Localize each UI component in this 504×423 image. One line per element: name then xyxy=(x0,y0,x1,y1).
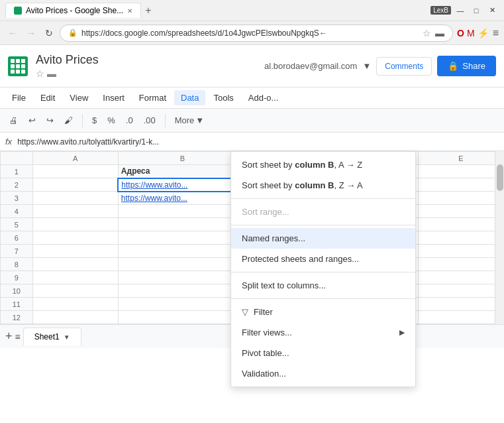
cell-e12[interactable] xyxy=(418,311,503,324)
sheet-tab-arrow[interactable]: ▼ xyxy=(64,333,70,341)
filter-item[interactable]: ▽ Filter xyxy=(231,302,415,322)
new-tab-button[interactable]: + xyxy=(141,5,155,17)
percent-button[interactable]: % xyxy=(103,113,119,128)
cell-b8[interactable] xyxy=(118,258,246,271)
cell-a3[interactable] xyxy=(32,192,118,205)
undo-button[interactable]: ↩ xyxy=(25,113,40,128)
cell-a7[interactable] xyxy=(32,245,118,258)
comments-button[interactable]: Comments xyxy=(376,57,432,76)
cell-b2[interactable]: https://www.avito... xyxy=(118,178,246,192)
cell-a4[interactable] xyxy=(32,205,118,218)
dropdown-separator-2 xyxy=(231,225,415,225)
cell-e1[interactable] xyxy=(418,165,503,178)
cell-b7[interactable] xyxy=(118,245,246,258)
user-dropdown-arrow[interactable]: ▼ xyxy=(362,61,371,71)
menu-view[interactable]: View xyxy=(63,90,95,105)
ext-icon-1[interactable]: ⚡ xyxy=(478,28,489,38)
col-header-e[interactable]: E xyxy=(418,152,503,165)
bookmark-icon[interactable]: ☆ xyxy=(423,28,431,38)
cell-e4[interactable] xyxy=(418,205,503,218)
cell-a2[interactable] xyxy=(32,178,118,192)
refresh-button[interactable]: ↻ xyxy=(42,27,56,40)
sort-az-label: Sort sheet by column B, A → Z xyxy=(242,160,362,170)
print-button[interactable]: 🖨 xyxy=(5,113,22,128)
cell-b1[interactable]: Адреса xyxy=(118,165,246,178)
browser-tab[interactable]: Avito Prices - Google She... ✕ xyxy=(5,3,141,18)
menu-file[interactable]: File xyxy=(5,90,32,105)
cell-b10[interactable] xyxy=(118,284,246,298)
menu-tools[interactable]: Tools xyxy=(207,90,240,105)
cell-e5[interactable] xyxy=(418,218,503,231)
doc-title[interactable]: Avito Prices xyxy=(36,53,256,67)
cell-e9[interactable] xyxy=(418,271,503,284)
cell-link-b3[interactable]: https://www.avito... xyxy=(121,194,187,203)
cell-e11[interactable] xyxy=(418,298,503,311)
add-sheet-button[interactable]: + xyxy=(5,330,13,343)
cell-a9[interactable] xyxy=(32,271,118,284)
cell-b11[interactable] xyxy=(118,298,246,311)
menu-icon[interactable]: ≡ xyxy=(493,27,499,39)
close-button[interactable]: ✕ xyxy=(485,4,499,17)
address-bar-input[interactable]: 🔒 https://docs.google.com/spreadsheets/d… xyxy=(60,25,453,42)
cell-e10[interactable] xyxy=(418,284,503,298)
star-button[interactable]: ☆ xyxy=(36,68,44,79)
vertical-scrollbar[interactable] xyxy=(495,151,504,324)
cell-e2[interactable] xyxy=(418,178,503,192)
minimize-button[interactable]: — xyxy=(454,4,467,17)
cell-b4[interactable] xyxy=(118,205,246,218)
menu-addons[interactable]: Add-o... xyxy=(242,90,285,105)
paint-format-button[interactable]: 🖌 xyxy=(60,113,77,128)
cell-e6[interactable] xyxy=(418,231,503,245)
cell-b12[interactable] xyxy=(118,311,246,324)
redo-button[interactable]: ↪ xyxy=(42,113,58,128)
cell-a1[interactable] xyxy=(32,165,118,178)
currency-button[interactable]: $ xyxy=(88,113,101,128)
scrollbar-thumb[interactable] xyxy=(497,164,503,191)
sort-za-item[interactable]: Sort sheet by column B, Z → A xyxy=(231,175,415,196)
cell-b9[interactable] xyxy=(118,271,246,284)
cell-a8[interactable] xyxy=(32,258,118,271)
move-to-folder-button[interactable]: ▬ xyxy=(47,68,56,79)
cell-b5[interactable] xyxy=(118,218,246,231)
split-text-item[interactable]: Split text to columns... xyxy=(231,275,415,296)
sheet1-tab[interactable]: Sheet1 ▼ xyxy=(23,328,81,345)
cell-a5[interactable] xyxy=(32,218,118,231)
back-button[interactable]: ← xyxy=(5,27,20,40)
tab-close-button[interactable]: ✕ xyxy=(127,7,132,15)
more-button[interactable]: More ▼ xyxy=(171,113,209,128)
filter-views-item[interactable]: Filter views... ▶ xyxy=(231,322,415,343)
folder-icon[interactable]: ▬ xyxy=(435,28,444,38)
forward-button[interactable]: → xyxy=(24,27,38,40)
named-ranges-item[interactable]: Named ranges... xyxy=(231,228,415,249)
decimal-inc-button[interactable]: .00 xyxy=(140,113,160,128)
col-header-a[interactable]: A xyxy=(32,152,118,165)
cell-b6[interactable] xyxy=(118,231,246,245)
menu-format[interactable]: Format xyxy=(132,90,173,105)
sort-az-item[interactable]: Sort sheet by column B, A → Z xyxy=(231,154,415,175)
formula-input[interactable]: https://www.avito.ru/tolyatti/kvartiry/1… xyxy=(17,137,499,147)
grid-cell xyxy=(16,59,20,63)
menu-data[interactable]: Data xyxy=(174,90,205,105)
protected-sheets-item[interactable]: Protected sheets and ranges... xyxy=(231,249,415,269)
filter-label: ▽ Filter xyxy=(242,307,273,317)
menu-edit[interactable]: Edit xyxy=(34,90,62,105)
cell-e8[interactable] xyxy=(418,258,503,271)
cell-a12[interactable] xyxy=(32,311,118,324)
cell-e3[interactable] xyxy=(418,192,503,205)
cell-a10[interactable] xyxy=(32,284,118,298)
opera-icon[interactable]: O xyxy=(457,28,464,38)
maximize-button[interactable]: □ xyxy=(470,4,483,17)
cell-link-b2[interactable]: https://www.avito... xyxy=(121,180,187,190)
gmail-icon[interactable]: M xyxy=(467,28,475,38)
share-button[interactable]: 🔒 Share xyxy=(437,56,496,76)
decimal-dec-button[interactable]: .0 xyxy=(122,113,137,128)
cell-b3[interactable]: https://www.avito... xyxy=(118,192,246,205)
menu-insert[interactable]: Insert xyxy=(96,90,131,105)
cell-e7[interactable] xyxy=(418,245,503,258)
validation-item[interactable]: Validation... xyxy=(231,363,415,384)
cell-a11[interactable] xyxy=(32,298,118,311)
sheet-menu-button[interactable]: ≡ xyxy=(15,332,21,342)
col-header-b[interactable]: B xyxy=(118,152,246,165)
pivot-table-item[interactable]: Pivot table... xyxy=(231,343,415,363)
cell-a6[interactable] xyxy=(32,231,118,245)
